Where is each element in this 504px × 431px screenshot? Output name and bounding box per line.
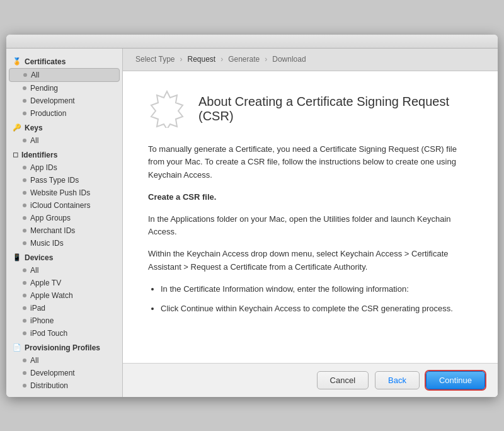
step-arrow: › [265,55,267,64]
sidebar-dot [23,99,26,103]
keys-label: Keys [25,124,43,132]
dev-ipodtouch-label: iPod Touch [30,329,67,338]
section-title: Create a CSR file. [148,191,472,204]
sidebar-dot [23,73,27,77]
step-generate: Generate [228,55,260,64]
content-title: About Creating a Certificate Signing Req… [198,95,472,124]
continue-button[interactable]: Continue [426,371,485,389]
identifiers-label: Identifiers [21,151,57,159]
sidebar-item-dev-appletv[interactable]: Apple TV [6,277,122,289]
window-body: 🏅CertificatesAllPendingDevelopmentProduc… [6,49,498,397]
steps-bar: Select Type›Request›Generate›Download [123,49,498,71]
sidebar-dot [23,371,26,375]
sidebar-dot [23,306,26,310]
sidebar-dot [23,216,26,220]
sidebar-section-provisioning: 📄Provisioning Profiles [6,340,122,354]
sidebar-item-id-appids[interactable]: App IDs [6,161,122,174]
keys-all-label: All [30,136,38,145]
sidebar-item-dev-iphone[interactable]: iPhone [6,314,122,327]
sidebar-dot [23,241,26,245]
sidebar-section-identifiers: ◻Identifiers [6,147,122,161]
sidebar-dot [23,281,26,285]
step-arrow: › [180,55,182,64]
identifiers-icon: ◻ [13,151,18,159]
main-content: Select Type›Request›Generate›Download Ab… [123,49,498,397]
certificates-icon: 🏅 [13,57,21,66]
prov-development-label: Development [30,369,75,377]
content-area: About Creating a Certificate Signing Req… [123,71,498,363]
sidebar-item-id-icloudcontainers[interactable]: iCloud Containers [6,199,122,212]
sidebar-item-prov-development[interactable]: Development [6,367,122,379]
sidebar-dot [23,139,26,142]
sidebar-item-certs-development[interactable]: Development [6,95,122,107]
dev-all-label: All [30,266,38,275]
sidebar-dot [23,191,26,195]
sidebar-dot [23,229,26,233]
seal-icon [148,90,186,128]
sidebar-section-certificates: 🏅Certificates [6,54,122,68]
sidebar-item-certs-all[interactable]: All [9,68,120,82]
dev-appletv-label: Apple TV [30,279,61,287]
sidebar-item-dev-applewatch[interactable]: Apple Watch [6,289,122,302]
id-icloudcontainers-label: iCloud Containers [30,201,90,210]
sidebar: 🏅CertificatesAllPendingDevelopmentProduc… [6,49,123,397]
devices-label: Devices [25,253,53,262]
sidebar-dot [23,331,26,335]
content-header: About Creating a Certificate Signing Req… [148,90,472,128]
bullet-intro: In the Certificate Information window, e… [161,283,472,296]
sidebar-item-dev-ipodtouch[interactable]: iPod Touch [6,327,122,340]
sidebar-dot [23,86,26,90]
sidebar-item-dev-all[interactable]: All [6,264,122,277]
certificates-label: Certificates [25,57,66,66]
step-download: Download [272,55,306,64]
sidebar-dot [23,319,26,323]
sidebar-item-id-merchantids[interactable]: Merchant IDs [6,224,122,237]
id-musicids-label: Music IDs [30,239,64,248]
final-step-bullet: Click Continue within Keychain Access to… [161,302,472,316]
provisioning-icon: 📄 [13,343,21,352]
step2-text: Within the Keychain Access drop down men… [148,248,472,274]
sidebar-item-prov-distribution[interactable]: Distribution [6,379,122,392]
sidebar-dot [23,294,26,297]
sidebar-section-devices: 📱Devices [6,250,122,264]
cancel-button[interactable]: Cancel [317,371,369,389]
footer: Cancel Back Continue [123,363,498,397]
sidebar-item-keys-all[interactable]: All [6,134,122,147]
id-appids-label: App IDs [30,163,57,172]
sidebar-item-id-websitepushids[interactable]: Website Push IDs [6,187,122,199]
main-bullet-list: In the Certificate Information window, e… [161,283,472,316]
sidebar-item-dev-ipad[interactable]: iPad [6,302,122,314]
titlebar [6,35,498,49]
sidebar-section-keys: 🔑Keys [6,120,122,134]
keys-icon: 🔑 [13,124,21,132]
step-request: Request [187,55,215,64]
devices-icon: 📱 [13,253,21,261]
sidebar-item-id-passtypeids[interactable]: Pass Type IDs [6,174,122,187]
sidebar-dot [23,178,26,182]
sidebar-dot [23,112,26,115]
sidebar-item-id-musicids[interactable]: Music IDs [6,237,122,250]
prov-distribution-label: Distribution [30,381,68,390]
step1-text: In the Applications folder on your Mac, … [148,213,472,239]
id-merchantids-label: Merchant IDs [30,226,75,235]
step-select-type: Select Type [135,55,175,64]
sidebar-dot [23,359,26,362]
id-passtypeids-label: Pass Type IDs [30,176,79,185]
step-arrow: › [220,55,223,64]
id-appgroups-label: App Groups [30,214,71,222]
sidebar-item-prov-all[interactable]: All [6,354,122,367]
back-button[interactable]: Back [375,371,420,389]
certs-production-label: Production [30,109,66,118]
sidebar-item-certs-production[interactable]: Production [6,107,122,120]
dev-applewatch-label: Apple Watch [30,291,73,300]
content-body: To manually generate a Certificate, you … [148,143,472,316]
sidebar-item-certs-pending[interactable]: Pending [6,82,122,95]
dev-ipad-label: iPad [30,304,45,313]
certs-all-label: All [31,71,39,79]
provisioning-label: Provisioning Profiles [25,343,100,352]
sidebar-dot [23,204,26,207]
sidebar-dot [23,166,26,170]
sidebar-item-id-appgroups[interactable]: App Groups [6,212,122,224]
id-websitepushids-label: Website Push IDs [30,188,90,197]
prov-all-label: All [30,356,38,365]
